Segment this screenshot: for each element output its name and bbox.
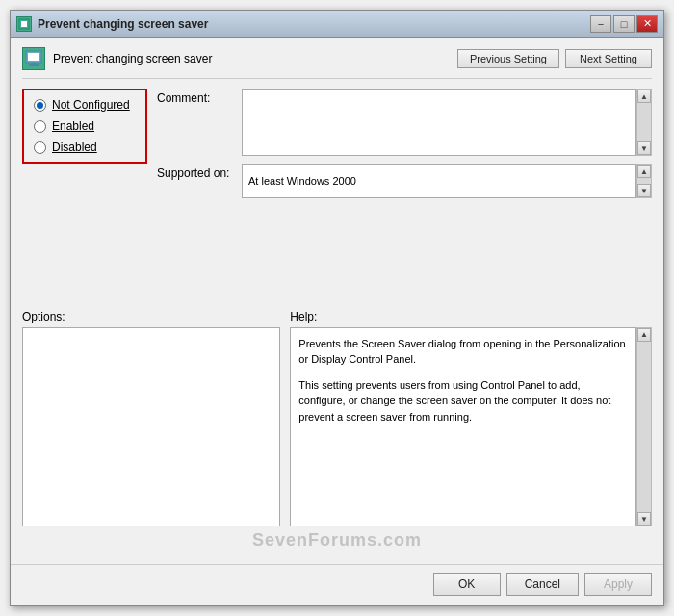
main-area: Not Configured Enabled Disabled [22, 89, 652, 306]
help-para-1: Prevents the Screen Saver dialog from op… [298, 336, 628, 368]
restore-button[interactable]: □ [613, 15, 635, 33]
right-panel: Comment: ▲ ▼ Supported on: At least [157, 89, 652, 306]
radio-enabled[interactable]: Enabled [34, 119, 136, 133]
radio-label-not-configured: Not Configured [52, 98, 130, 112]
comment-label: Comment: [157, 89, 234, 105]
main-window: Prevent changing screen saver − □ ✕ Pre [10, 10, 664, 606]
supported-scroll-down[interactable]: ▼ [637, 184, 651, 197]
next-setting-button[interactable]: Next Setting [565, 49, 652, 68]
header-title: Prevent changing screen saver [53, 52, 212, 65]
help-container: Prevents the Screen Saver dialog from op… [290, 327, 652, 527]
title-buttons: − □ ✕ [590, 15, 658, 33]
help-scroll-track [637, 342, 651, 513]
help-scrollbar[interactable]: ▲ ▼ [636, 327, 652, 527]
title-bar: Prevent changing screen saver − □ ✕ [11, 11, 663, 38]
footer: OK Cancel Apply [11, 564, 663, 605]
close-button[interactable]: ✕ [636, 15, 658, 33]
supported-scroll-up[interactable]: ▲ [637, 165, 651, 178]
supported-container: At least Windows 2000 ▲ ▼ [242, 164, 652, 198]
options-section: Options: [22, 310, 280, 527]
help-text: Prevents the Screen Saver dialog from op… [290, 327, 636, 527]
radio-disabled[interactable]: Disabled [34, 141, 136, 154]
comment-scrollbar[interactable]: ▲ ▼ [636, 89, 652, 156]
radio-group: Not Configured Enabled Disabled [22, 89, 147, 164]
radio-not-configured[interactable]: Not Configured [34, 98, 136, 112]
radio-label-disabled: Disabled [52, 141, 97, 154]
header-nav-buttons: Previous Setting Next Setting [457, 49, 652, 68]
ok-button[interactable]: OK [433, 573, 501, 596]
radio-circle-disabled[interactable] [34, 141, 46, 154]
supported-row: Supported on: At least Windows 2000 ▲ ▼ [157, 164, 652, 198]
window-icon [16, 16, 32, 32]
help-scroll-up[interactable]: ▲ [637, 328, 651, 342]
options-label: Options: [22, 310, 280, 323]
help-scroll-down[interactable]: ▼ [637, 512, 651, 526]
help-label: Help: [290, 310, 652, 323]
window-title: Prevent changing screen saver [38, 17, 208, 31]
svg-rect-1 [21, 21, 27, 27]
comment-row: Comment: ▲ ▼ [157, 89, 652, 156]
cancel-button[interactable]: Cancel [506, 573, 579, 596]
comment-textarea[interactable] [242, 89, 636, 156]
help-section: Help: Prevents the Screen Saver dialog f… [290, 310, 652, 527]
svg-rect-5 [29, 64, 39, 66]
radio-circle-enabled[interactable] [34, 120, 46, 133]
comment-field-container: ▲ ▼ [242, 89, 652, 156]
scroll-up-arrow[interactable]: ▲ [637, 90, 651, 103]
supported-label: Supported on: [157, 164, 234, 180]
header-icon [22, 47, 45, 70]
left-panel: Not Configured Enabled Disabled [22, 89, 147, 306]
help-para-2: This setting prevents users from using C… [298, 377, 628, 425]
apply-button[interactable]: Apply [584, 573, 652, 596]
supported-scrollbar[interactable]: ▲ ▼ [636, 164, 652, 198]
scroll-down-arrow[interactable]: ▼ [637, 141, 651, 155]
supported-value: At least Windows 2000 [242, 164, 636, 198]
previous-setting-button[interactable]: Previous Setting [457, 49, 559, 68]
options-box [22, 327, 280, 527]
header-row: Prevent changing screen saver Previous S… [22, 47, 652, 79]
watermark: SevenForums.com [22, 530, 652, 551]
minimize-button[interactable]: − [590, 15, 611, 33]
scroll-track [637, 103, 651, 141]
svg-rect-3 [28, 53, 39, 61]
bottom-panels: Options: Help: Prevents the Screen Saver… [22, 310, 652, 527]
window-content: Prevent changing screen saver Previous S… [11, 38, 663, 560]
radio-circle-not-configured[interactable] [34, 99, 46, 112]
radio-label-enabled: Enabled [52, 119, 94, 133]
